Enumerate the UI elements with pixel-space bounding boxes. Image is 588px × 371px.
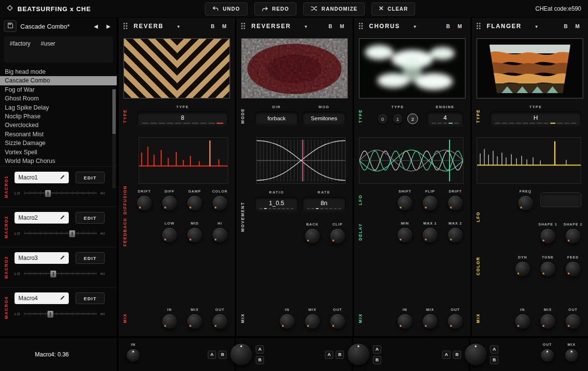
mix-knob[interactable] (187, 314, 202, 329)
macro3-slider-track[interactable] (24, 270, 96, 277)
color-knob[interactable] (213, 196, 227, 210)
lfo-shape-display[interactable] (541, 193, 581, 207)
macro2-slider-handle[interactable] (69, 230, 76, 238)
chevron-down-icon[interactable]: ▾ (535, 24, 538, 29)
hi-knob[interactable] (213, 228, 227, 242)
mod-mode-button[interactable]: Semitones (302, 112, 346, 125)
tag-user[interactable]: #user (41, 40, 55, 47)
mix-knob[interactable] (305, 314, 320, 329)
macro4-edit-button[interactable]: EDIT (76, 292, 105, 304)
shift-knob[interactable] (398, 196, 412, 210)
macro2-edit-button[interactable]: EDIT (76, 212, 105, 224)
feed-knob[interactable] (566, 262, 580, 276)
shape1-knob[interactable] (541, 229, 555, 243)
bypass-button[interactable]: B (207, 23, 218, 29)
preset-item[interactable]: Vortex Spell (0, 148, 117, 157)
macro3-edit-button[interactable]: EDIT (76, 252, 105, 264)
a-button[interactable]: A (490, 345, 498, 354)
in-knob[interactable] (162, 314, 177, 329)
bypass-button[interactable]: B (442, 23, 454, 29)
macro1-slider-handle[interactable] (45, 190, 51, 197)
preset-item[interactable]: Ghost Room (0, 94, 117, 103)
shape2-knob[interactable] (566, 229, 580, 243)
a-button[interactable]: A (442, 351, 450, 359)
macro4-slider-track[interactable] (24, 310, 96, 317)
diff-knob[interactable] (162, 196, 177, 210)
flanger-type-stepper[interactable]: H (490, 112, 581, 126)
type-0-button[interactable]: 0 (377, 113, 388, 124)
macro3-name-field[interactable]: Macro3 (15, 252, 69, 264)
tone-knob[interactable] (541, 262, 555, 276)
macro4-name-field[interactable]: Macro4 (15, 292, 69, 304)
a-button[interactable]: A (373, 345, 381, 354)
preset-item[interactable]: Cascade Combo (0, 76, 117, 85)
preset-file-button[interactable] (4, 20, 16, 32)
freq-knob[interactable] (518, 196, 533, 210)
clear-button[interactable]: CLEAR (371, 2, 415, 16)
low-knob[interactable] (162, 228, 177, 242)
mid-knob[interactable] (187, 228, 202, 242)
a-button[interactable]: A (208, 351, 216, 359)
drift-knob[interactable] (448, 196, 463, 210)
chevron-down-icon[interactable]: ▾ (414, 24, 416, 29)
mix-knob[interactable] (541, 314, 555, 329)
mute-button[interactable]: M (572, 23, 583, 29)
morph-knob-1[interactable] (231, 344, 252, 365)
a-button[interactable]: A (256, 345, 264, 354)
pencil-icon[interactable] (60, 295, 65, 302)
drift-knob[interactable] (137, 196, 152, 210)
pencil-icon[interactable] (60, 174, 65, 181)
morph-knob-3[interactable] (465, 344, 486, 365)
b-button[interactable]: B (256, 356, 264, 364)
bypass-button[interactable]: B (560, 23, 572, 29)
preset-item[interactable]: Big head mode (0, 67, 117, 76)
engine-stepper[interactable]: 4 (427, 112, 464, 126)
morph-knob-2[interactable] (348, 344, 369, 365)
drag-handle-icon[interactable] (124, 23, 128, 30)
out-knob[interactable] (541, 349, 554, 362)
preset-item[interactable]: Noclip Phase (0, 112, 117, 121)
out-knob[interactable] (213, 314, 227, 329)
redo-button[interactable]: REDO (254, 2, 296, 16)
max1-knob[interactable] (423, 228, 437, 242)
preset-item[interactable]: Sizzle Damage (0, 139, 117, 147)
reverb-type-stepper[interactable]: 8 (137, 112, 228, 126)
out-knob[interactable] (448, 314, 463, 329)
direction-button[interactable]: forback (255, 112, 298, 125)
prev-preset-button[interactable]: ◀ (92, 23, 100, 30)
pencil-icon[interactable] (60, 255, 65, 261)
preset-item[interactable]: Lag Spike Delay (0, 103, 117, 112)
macro2-slider-track[interactable] (24, 230, 96, 237)
out-knob[interactable] (566, 314, 580, 329)
b-button[interactable]: B (218, 351, 227, 359)
min-knob[interactable] (398, 228, 412, 242)
chevron-down-icon[interactable]: ▾ (305, 24, 307, 29)
tag-factory[interactable]: #factory (10, 40, 31, 47)
out-knob[interactable] (330, 314, 345, 329)
b-button[interactable]: B (373, 356, 381, 364)
mute-button[interactable]: M (218, 23, 230, 29)
mute-button[interactable]: M (336, 23, 348, 29)
drag-handle-icon[interactable] (477, 23, 481, 30)
ratio-stepper[interactable]: 1_0.5 (255, 197, 298, 211)
randomize-button[interactable]: RANDOMIZE (303, 2, 365, 16)
scrollbar-thumb[interactable] (112, 89, 116, 134)
a-button[interactable]: A (325, 351, 333, 359)
macro1-slider-track[interactable] (24, 190, 96, 196)
macro1-name-field[interactable]: Macro1 (15, 172, 69, 183)
b-button[interactable]: B (453, 351, 461, 359)
back-knob[interactable] (305, 229, 320, 243)
mix-knob[interactable] (565, 349, 578, 362)
damp-knob[interactable] (187, 196, 202, 210)
next-preset-button[interactable]: ▶ (104, 23, 113, 30)
in-knob[interactable] (515, 314, 530, 329)
drag-handle-icon[interactable] (359, 23, 363, 30)
type-2-button[interactable]: 2 (407, 113, 418, 124)
in-knob[interactable] (127, 349, 139, 362)
preset-item[interactable]: Resonant Mist (0, 130, 117, 139)
macro1-edit-button[interactable]: EDIT (76, 172, 105, 183)
drag-handle-icon[interactable] (241, 23, 246, 30)
preset-item[interactable]: Fog of War (0, 85, 117, 94)
dyn-knob[interactable] (515, 262, 530, 276)
macro3-slider-handle[interactable] (50, 270, 57, 278)
